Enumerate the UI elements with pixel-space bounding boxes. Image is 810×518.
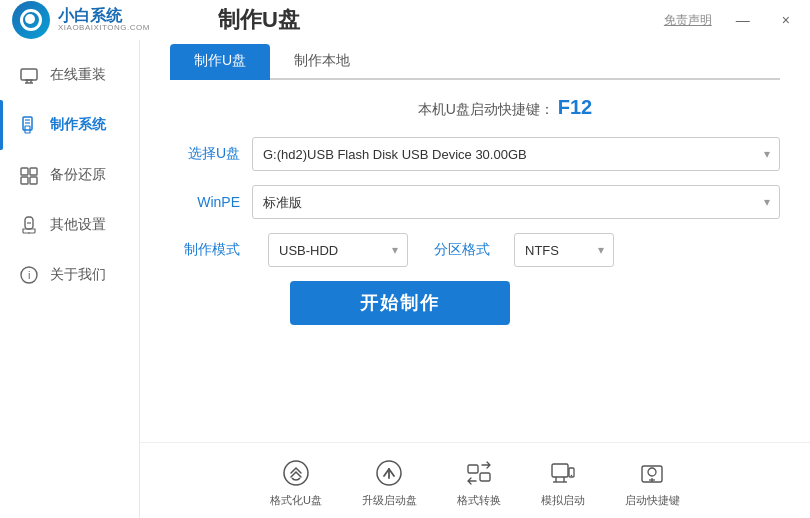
- usb-label: 选择U盘: [170, 145, 240, 163]
- titlebar-left: 小白系统 XIAOBAIXITONG.COM 制作U盘: [12, 1, 310, 39]
- svg-rect-12: [30, 177, 37, 184]
- tabs-row: 制作U盘 制作本地: [170, 44, 780, 80]
- svg-rect-23: [552, 464, 568, 477]
- upgrade-boot-item[interactable]: 升级启动盘: [362, 457, 417, 508]
- winpe-select[interactable]: 标准版: [252, 185, 780, 219]
- minimize-button[interactable]: —: [728, 10, 758, 30]
- upgrade-boot-icon: [373, 457, 405, 489]
- svg-text:i: i: [28, 269, 30, 281]
- svg-rect-22: [480, 473, 490, 481]
- format-usb-label: 格式化U盘: [270, 493, 322, 508]
- bottom-icons-row: 格式化U盘 升级启动盘: [140, 442, 810, 518]
- about-us-icon: i: [18, 264, 40, 286]
- winpe-row: WinPE 标准版: [170, 185, 780, 219]
- partition-label: 分区格式: [434, 241, 490, 259]
- sidebar-label-about-us: 关于我们: [50, 266, 106, 284]
- svg-rect-0: [21, 69, 37, 80]
- format-usb-item[interactable]: 格式化U盘: [270, 457, 322, 508]
- boot-shortcut-label: 启动快捷键: [625, 493, 680, 508]
- disclaimer-link[interactable]: 免责声明: [664, 12, 712, 29]
- hotkey-prefix: 本机U盘启动快捷键：: [418, 101, 554, 117]
- sidebar-label-online-reinstall: 在线重装: [50, 66, 106, 84]
- sidebar-label-other-settings: 其他设置: [50, 216, 106, 234]
- usb-select[interactable]: G:(hd2)USB Flash Disk USB Device 30.00GB: [252, 137, 780, 171]
- simulate-boot-item[interactable]: 模拟启动: [541, 457, 585, 508]
- svg-rect-21: [468, 465, 478, 473]
- mode-partition-row: 制作模式 USB-HDD 分区格式 NTFS: [170, 233, 780, 267]
- main-layout: 在线重装 制作系统: [0, 40, 810, 518]
- svg-point-28: [571, 475, 573, 477]
- svg-rect-9: [21, 168, 28, 175]
- backup-restore-icon: [18, 164, 40, 186]
- hotkey-row: 本机U盘启动快捷键： F12: [230, 96, 780, 119]
- winpe-select-wrapper: 标准版: [252, 185, 780, 219]
- make-system-icon: [18, 114, 40, 136]
- sidebar-item-other-settings[interactable]: 其他设置: [0, 200, 139, 250]
- mode-select[interactable]: USB-HDD: [268, 233, 408, 267]
- content-area: 制作U盘 制作本地 本机U盘启动快捷键： F12 选择U盘 G:(hd2)USB…: [140, 40, 810, 518]
- start-button[interactable]: 开始制作: [290, 281, 510, 325]
- partition-select-wrapper: NTFS: [514, 233, 614, 267]
- online-reinstall-icon: [18, 64, 40, 86]
- other-settings-icon: [18, 214, 40, 236]
- logo-cn: 小白系统: [58, 7, 150, 25]
- usb-row: 选择U盘 G:(hd2)USB Flash Disk USB Device 30…: [170, 137, 780, 171]
- sidebar-item-backup-restore[interactable]: 备份还原: [0, 150, 139, 200]
- simulate-boot-icon: [547, 457, 579, 489]
- close-button[interactable]: ×: [774, 10, 798, 30]
- format-convert-item[interactable]: 格式转换: [457, 457, 501, 508]
- sidebar-item-online-reinstall[interactable]: 在线重装: [0, 50, 139, 100]
- sidebar: 在线重装 制作系统: [0, 40, 140, 518]
- format-usb-icon: [280, 457, 312, 489]
- sidebar-label-make-system: 制作系统: [50, 116, 106, 134]
- titlebar-right: 免责声明 — ×: [664, 10, 798, 30]
- format-convert-label: 格式转换: [457, 493, 501, 508]
- partition-select[interactable]: NTFS: [514, 233, 614, 267]
- sidebar-item-make-system[interactable]: 制作系统: [0, 100, 139, 150]
- format-convert-icon: [463, 457, 495, 489]
- upgrade-boot-label: 升级启动盘: [362, 493, 417, 508]
- sidebar-item-about-us[interactable]: i 关于我们: [0, 250, 139, 300]
- form-area: 本机U盘启动快捷键： F12 选择U盘 G:(hd2)USB Flash Dis…: [140, 80, 810, 442]
- mode-select-wrapper: USB-HDD: [268, 233, 408, 267]
- logo-en: XIAOBAIXITONG.COM: [58, 24, 150, 33]
- hotkey-value: F12: [558, 96, 592, 118]
- usb-select-wrapper: G:(hd2)USB Flash Disk USB Device 30.00GB: [252, 137, 780, 171]
- svg-point-14: [28, 232, 30, 234]
- page-title: 制作U盘: [218, 5, 300, 35]
- boot-shortcut-item[interactable]: 启动快捷键: [625, 457, 680, 508]
- titlebar: 小白系统 XIAOBAIXITONG.COM 制作U盘 免责声明 — ×: [0, 0, 810, 40]
- svg-point-30: [648, 468, 656, 476]
- mode-label: 制作模式: [170, 241, 240, 259]
- svg-rect-10: [30, 168, 37, 175]
- tab-make-local[interactable]: 制作本地: [270, 44, 374, 80]
- logo-text: 小白系统 XIAOBAIXITONG.COM: [58, 7, 150, 33]
- sidebar-label-backup-restore: 备份还原: [50, 166, 106, 184]
- tab-make-usb[interactable]: 制作U盘: [170, 44, 270, 80]
- svg-rect-11: [21, 177, 28, 184]
- simulate-boot-label: 模拟启动: [541, 493, 585, 508]
- boot-shortcut-icon: [636, 457, 668, 489]
- winpe-label: WinPE: [170, 194, 240, 210]
- logo-icon: [12, 1, 50, 39]
